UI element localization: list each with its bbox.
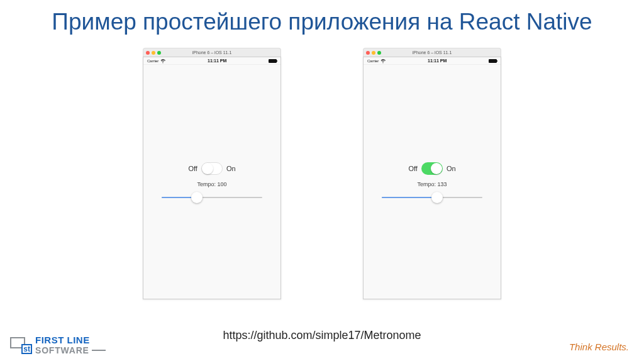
logo-line1: FIRST LINE [35,336,106,345]
simulator-left: iPhone 6 – iOS 11.1 Carrier 11:11 PM Off [143,48,281,299]
window-titlebar: iPhone 6 – iOS 11.1 [143,48,281,57]
tempo-slider[interactable] [382,194,482,201]
metronome-switch[interactable] [201,162,223,175]
window-titlebar: iPhone 6 – iOS 11.1 [363,48,501,57]
tempo-slider[interactable] [162,194,262,201]
off-label: Off [408,165,417,172]
off-label: Off [188,165,197,172]
slider-fill [382,197,437,198]
zoom-icon[interactable] [157,51,161,55]
slider-thumb[interactable] [191,192,203,203]
simulators-row: iPhone 6 – iOS 11.1 Carrier 11:11 PM Off [0,48,644,299]
logo-line2: SOFTWARE [35,345,89,355]
window-title: iPhone 6 – iOS 11.1 [192,50,232,55]
status-bar: Carrier 11:11 PM [364,57,501,65]
switch-knob [431,163,442,174]
slider-thumb[interactable] [431,192,443,203]
minimize-icon[interactable] [372,51,375,55]
status-time: 11:11 PM [208,58,226,63]
logo-mark-icon: st [10,337,31,353]
zoom-icon[interactable] [377,51,381,55]
traffic-lights [364,51,381,55]
github-url: https://github.com/simple17/Metronome [223,329,421,342]
tempo-label: Tempo: 100 [197,181,226,187]
close-icon[interactable] [366,51,370,55]
status-bar: Carrier 11:11 PM [143,57,280,65]
close-icon[interactable] [146,51,150,55]
tempo-label: Tempo: 133 [417,181,447,187]
status-time: 11:11 PM [428,58,447,63]
simulator-right: iPhone 6 – iOS 11.1 Carrier 11:11 PM Off [363,48,501,299]
wifi-icon [160,58,165,64]
phone-screen: Carrier 11:11 PM Off On Tempo: 100 [143,57,281,299]
minimize-icon[interactable] [152,51,155,55]
carrier-label: Carrier [367,59,379,63]
slide-title: Пример простейшего приложения на React N… [0,0,644,36]
carrier-label: Carrier [147,59,158,63]
logo-dash [92,350,106,351]
footer-tagline: Think Results. [569,342,629,352]
battery-icon [269,59,277,63]
slide-accent [0,0,5,11]
switch-knob [202,163,213,174]
window-title: iPhone 6 – iOS 11.1 [413,50,452,55]
toggle-row: Off On [408,162,455,175]
traffic-lights [143,51,161,55]
wifi-icon [380,58,386,64]
on-label: On [447,165,456,172]
phone-screen: Carrier 11:11 PM Off On Tempo: 133 [363,57,501,299]
on-label: On [226,165,236,172]
metronome-switch[interactable] [421,162,443,175]
battery-icon [489,59,497,63]
toggle-row: Off On [188,162,235,175]
company-logo: st FIRST LINE SOFTWARE [0,330,116,361]
